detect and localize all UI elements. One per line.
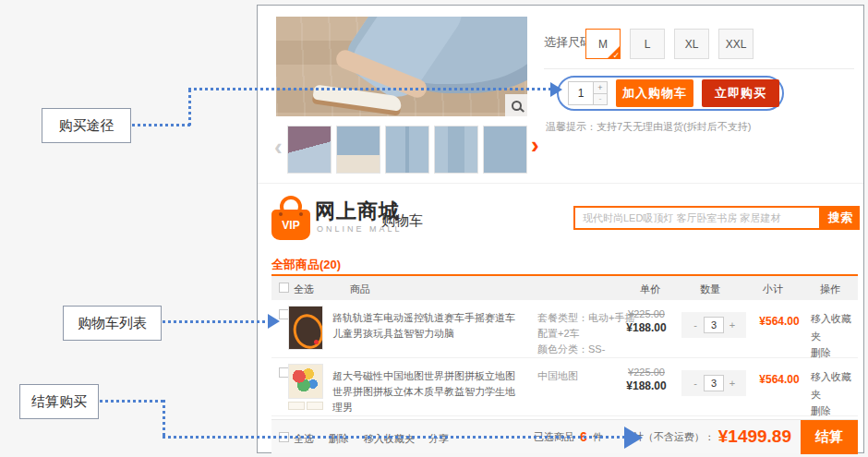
row-quantity-stepper: - +	[681, 370, 746, 396]
footer-move-to-favorites-link[interactable]: 移入收藏夹	[364, 432, 415, 446]
column-quantity: 数量	[682, 283, 738, 296]
select-all-checkbox[interactable]	[279, 283, 289, 293]
stepper-buttons: + -	[594, 81, 608, 105]
thumbnails-next-icon[interactable]: ›	[531, 133, 539, 157]
original-price: ¥225.00	[615, 367, 678, 378]
quantity-decrease-button[interactable]: -	[690, 319, 701, 331]
buy-now-button[interactable]: 立即购买	[702, 79, 779, 107]
vip-badge: VIP	[282, 219, 299, 232]
annotation-arrow-icon	[624, 427, 643, 449]
footer-select-all-link[interactable]: 全选	[294, 432, 314, 446]
row-quantity-stepper: - +	[681, 312, 746, 338]
current-price: ¥188.00	[615, 321, 678, 334]
product-title[interactable]: 路轨轨道车电动遥控轨道赛车手摇赛道车儿童男孩玩具益智智力动脑	[332, 310, 523, 342]
annotation-line	[188, 88, 550, 90]
add-to-cart-button[interactable]: 加入购物车	[616, 79, 693, 107]
quantity-decrease-button[interactable]: -	[690, 378, 701, 389]
column-subtotal: 小计	[741, 283, 805, 296]
row-operations: 移入收藏夹 删除	[811, 368, 858, 420]
product-thumbnail[interactable]	[483, 126, 527, 174]
section-divider	[258, 183, 863, 184]
checkout-button[interactable]: 结算	[801, 420, 858, 454]
product-thumbnail[interactable]	[385, 126, 429, 174]
annotation-line	[163, 320, 268, 323]
quantity-decrease-button[interactable]: -	[594, 94, 608, 106]
page-title: 购物车	[381, 212, 423, 230]
search-input[interactable]	[573, 206, 821, 230]
column-operation: 操作	[807, 283, 853, 296]
cart-row-map-puzzle: 超大号磁性中国地图世界拼图拼板立地图世界拼图拼板立体木质早教益智力学生地理男 中…	[271, 358, 858, 416]
tab-all-products[interactable]: 全部商品(20)	[271, 257, 341, 273]
product-thumbnail[interactable]	[287, 126, 332, 174]
product-image-map-puzzle[interactable]	[288, 364, 323, 399]
product-thumbnail[interactable]	[434, 126, 478, 174]
thumbnails-prev-icon[interactable]: ‹	[274, 135, 283, 159]
annotation-line	[188, 90, 191, 126]
main-ui-panel: ‹ › 选择尺码: M ✓ L XL XXL + - 加入购物车 立即购买 温馨…	[257, 5, 864, 453]
total-amount: ¥1499.89	[718, 427, 791, 447]
options-divider	[544, 68, 854, 69]
return-policy-tip: 温馨提示：支持7天无理由退货(拆封后不支持)	[546, 120, 751, 134]
product-main-image	[276, 17, 527, 116]
annotation-arrow-icon	[268, 314, 280, 329]
annotation-purchase-path: 购买途径	[42, 108, 131, 143]
product-thumbnail[interactable]	[336, 126, 380, 174]
annotation-cart-list: 购物车列表	[63, 306, 162, 341]
annotation-line	[163, 436, 624, 439]
product-title[interactable]: 超大号磁性中国地图世界拼图拼板立地图世界拼图拼板立体木质早教益智力学生地理男	[332, 368, 523, 415]
move-to-favorites-link[interactable]: 移入收藏夹	[811, 310, 858, 344]
product-image-track-toy[interactable]	[288, 306, 323, 350]
quantity-increase-button[interactable]: +	[727, 319, 738, 331]
annotation-line	[100, 400, 164, 403]
delete-link[interactable]: 删除	[811, 403, 858, 420]
price-cell: ¥225.00 ¥188.00	[615, 308, 678, 334]
move-to-favorites-link[interactable]: 移入收藏夹	[811, 368, 858, 403]
footer-delete-link[interactable]: 删除	[329, 432, 349, 446]
column-unit-price: 单价	[627, 283, 673, 296]
original-price: ¥225.00	[615, 308, 678, 319]
column-select-all: 全选	[294, 283, 314, 296]
annotation-arrow-icon	[550, 82, 562, 97]
quantity-input[interactable]	[568, 81, 594, 105]
annotation-line	[163, 400, 165, 439]
check-icon: ✓	[612, 51, 620, 59]
row-operations: 移入收藏夹 删除	[811, 310, 858, 362]
row-quantity-input[interactable]	[704, 317, 724, 333]
magnifier-icon	[512, 101, 522, 111]
row-subtotal: ¥564.00	[750, 373, 809, 386]
size-option-m[interactable]: M ✓	[585, 29, 621, 59]
size-option-xxl[interactable]: XXL	[718, 29, 753, 59]
cart-table-header: 全选 商品 单价 数量 小计 操作	[271, 276, 858, 300]
product-image-extra-thumbs	[288, 402, 323, 410]
quantity-increase-button[interactable]: +	[594, 81, 608, 94]
current-price: ¥188.00	[615, 379, 678, 392]
size-option-xl[interactable]: XL	[674, 29, 709, 59]
quantity-stepper[interactable]: + -	[568, 81, 609, 105]
quantity-increase-button[interactable]: +	[727, 378, 738, 389]
footer-share-link[interactable]: 分享	[428, 432, 449, 446]
annotation-checkout: 结算购买	[19, 384, 99, 419]
cart-row-track-toy: 路轨轨道车电动遥控轨道赛车手摇赛道车儿童男孩玩具益智智力动脑 套餐类型：电动+手…	[271, 300, 858, 358]
shop-logo-bag-icon: VIP	[271, 196, 310, 240]
bag-body: VIP	[271, 210, 310, 240]
row-subtotal: ¥564.00	[750, 315, 809, 328]
search-button[interactable]: 搜索	[821, 206, 860, 230]
image-zoom-button[interactable]	[505, 94, 527, 116]
row-quantity-input[interactable]	[704, 375, 724, 391]
column-product: 商品	[350, 283, 370, 296]
annotation-line	[132, 124, 191, 126]
size-option-label: M	[598, 38, 608, 51]
price-cell: ¥225.00 ¥188.00	[615, 367, 678, 392]
size-option-l[interactable]: L	[630, 29, 665, 59]
